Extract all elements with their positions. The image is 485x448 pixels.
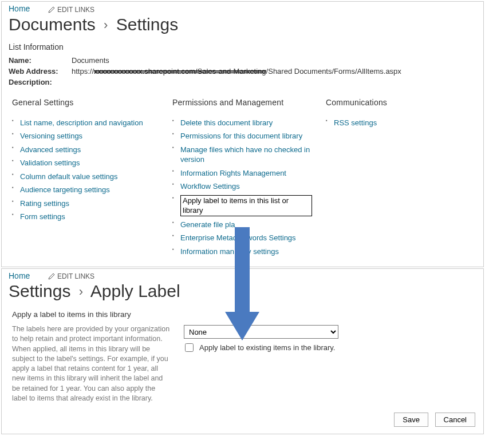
pencil-icon (48, 273, 55, 280)
apply-existing-checkbox[interactable] (185, 343, 194, 352)
info-description-label: Description: (9, 77, 72, 88)
settings-link: Permissions for this document library (172, 129, 312, 143)
settings-link: Rating settings (12, 197, 159, 211)
edit-links-button[interactable]: EDIT LINKS (48, 272, 94, 280)
settings-link: Manage files which have no checked in ve… (172, 143, 312, 166)
save-button[interactable]: Save (394, 413, 428, 427)
communications-heading: Communications (326, 98, 473, 107)
apply-label-description: The labels here are provided by your org… (12, 324, 171, 403)
general-link[interactable]: Form settings (20, 212, 65, 221)
settings-link: Workflow Settings (172, 180, 312, 193)
apply-existing-label: Apply label to existing items in the lib… (199, 343, 335, 352)
general-link[interactable]: Rating settings (20, 199, 69, 208)
nav-home-link[interactable]: Home (9, 4, 30, 13)
info-name-label: Name: (9, 55, 72, 66)
breadcrumb-current: Settings (116, 15, 178, 34)
communications-link[interactable]: RSS settings (334, 118, 377, 127)
info-webaddress-value: https://xxxxxxxxxxxxx.sharepoint.com/Sal… (72, 66, 401, 77)
permissions-link[interactable]: Information Rights Management (180, 169, 286, 177)
page-title: Documents › Settings (2, 15, 483, 40)
cancel-button[interactable]: Cancel (435, 413, 475, 427)
settings-link: Validation settings (12, 156, 159, 170)
permissions-heading: Permissions and Management (172, 98, 310, 107)
permissions-link[interactable]: Permissions for this document library (180, 132, 302, 140)
info-name-value: Documents (72, 55, 109, 66)
edit-links-button[interactable]: EDIT LINKS (48, 6, 94, 14)
settings-link: Apply label to items in this list or lib… (172, 193, 312, 218)
settings-link: Column default value settings (12, 170, 159, 184)
apply-label-subheading: Apply a label to items in this library (12, 310, 171, 319)
settings-link: Delete this document library (172, 116, 312, 130)
breadcrumb-root[interactable]: Settings (9, 282, 70, 300)
breadcrumb-root[interactable]: Documents (9, 15, 96, 34)
permissions-link[interactable]: Delete this document library (180, 118, 273, 127)
breadcrumb-current: Apply Label (90, 282, 180, 300)
general-link[interactable]: Versioning settings (20, 132, 82, 140)
breadcrumb-separator-icon: › (100, 18, 111, 32)
permissions-link[interactable]: Manage files which have no checked in ve… (180, 145, 310, 164)
settings-link: Advanced settings (12, 143, 159, 157)
svg-rect-0 (235, 227, 250, 313)
settings-link: Form settings (12, 210, 159, 224)
list-information-heading: List Information (2, 40, 483, 54)
general-link[interactable]: Audience targeting settings (20, 185, 110, 194)
general-link[interactable]: Advanced settings (20, 145, 81, 154)
breadcrumb-separator-icon: › (76, 284, 86, 299)
nav-home-link[interactable]: Home (9, 271, 30, 280)
list-information: Name: Documents Web Address: https://xxx… (2, 54, 483, 96)
settings-link: Information Rights Management (172, 166, 312, 180)
settings-link: List name, description and navigation (12, 116, 159, 130)
settings-link: Audience targeting settings (12, 183, 159, 197)
pencil-icon (48, 6, 55, 13)
general-link[interactable]: Validation settings (20, 158, 80, 167)
permissions-link[interactable]: Workflow Settings (180, 182, 240, 191)
svg-marker-1 (225, 312, 259, 340)
settings-link: RSS settings (326, 116, 475, 130)
settings-link: Versioning settings (12, 129, 159, 143)
permissions-link[interactable]: Apply label to items in this list or lib… (180, 206, 312, 215)
general-link[interactable]: List name, description and navigation (20, 118, 143, 127)
info-webaddress-label: Web Address: (9, 66, 72, 77)
general-settings-heading: General Settings (12, 98, 156, 107)
general-link[interactable]: Column default value settings (20, 172, 118, 181)
annotation-arrow-icon (222, 227, 262, 342)
